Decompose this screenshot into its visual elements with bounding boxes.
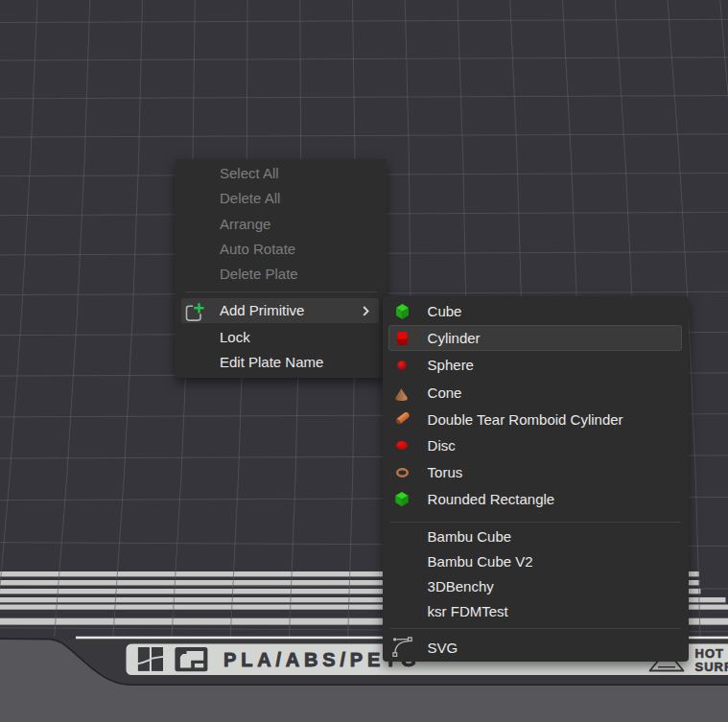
svg-text:SURFACE: SURFACE [695, 660, 728, 674]
